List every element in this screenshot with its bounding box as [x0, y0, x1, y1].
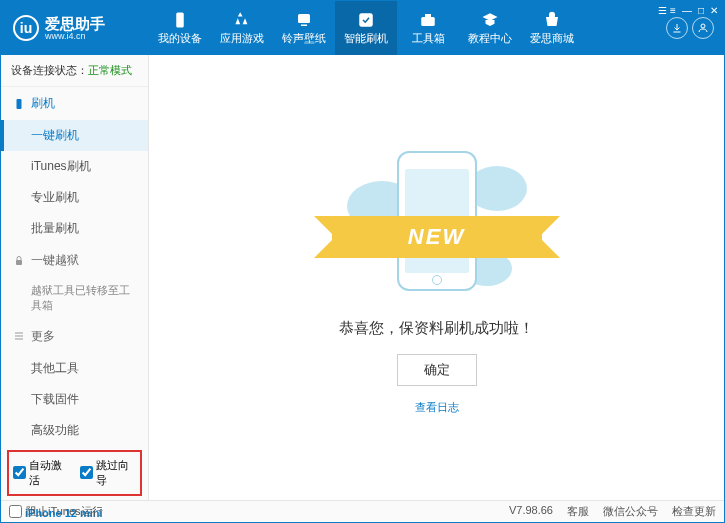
section-more[interactable]: 更多 [1, 320, 148, 353]
conn-value: 正常模式 [88, 64, 132, 76]
download-button[interactable] [666, 17, 688, 39]
svg-rect-3 [359, 13, 373, 27]
svg-point-6 [701, 24, 705, 28]
nav-toolbox[interactable]: 工具箱 [397, 1, 459, 55]
logo-icon: iu [13, 15, 39, 41]
nav-label: 应用游戏 [220, 31, 264, 46]
phone-icon [13, 98, 25, 110]
section-title: 一键越狱 [31, 252, 79, 269]
section-flash[interactable]: 刷机 [1, 87, 148, 120]
main-nav: 我的设备 应用游戏 铃声壁纸 智能刷机 工具箱 教程中心 爱思商城 [149, 1, 656, 55]
section-jailbreak[interactable]: 一键越狱 [1, 244, 148, 277]
conn-label: 设备连接状态： [11, 64, 88, 76]
connection-status: 设备连接状态：正常模式 [1, 55, 148, 87]
checkbox-skip-guide[interactable]: 跳过向导 [80, 458, 137, 488]
flash-icon [357, 11, 375, 29]
nav-tutorial[interactable]: 教程中心 [459, 1, 521, 55]
nav-label: 我的设备 [158, 31, 202, 46]
svg-rect-8 [16, 260, 22, 265]
view-log-link[interactable]: 查看日志 [415, 400, 459, 415]
minimize-icon[interactable]: — [682, 5, 692, 16]
title-right [656, 17, 724, 39]
svg-rect-5 [425, 14, 431, 17]
version-label: V7.98.66 [509, 504, 553, 519]
nav-my-device[interactable]: 我的设备 [149, 1, 211, 55]
nav-apps[interactable]: 应用游戏 [211, 1, 273, 55]
toolbox-icon [419, 11, 437, 29]
ok-button[interactable]: 确定 [397, 354, 477, 386]
section-title: 刷机 [31, 95, 55, 112]
menu-icon[interactable]: ☰ ≡ [658, 5, 676, 16]
sidebar-item-firmware[interactable]: 下载固件 [1, 384, 148, 415]
device-icon [171, 11, 189, 29]
success-message: 恭喜您，保资料刷机成功啦！ [339, 319, 534, 338]
sidebar-item-itunes[interactable]: iTunes刷机 [1, 151, 148, 182]
window-controls-top: ☰ ≡ — □ ✕ [658, 5, 718, 16]
lock-icon [13, 255, 25, 267]
title-bar: ☰ ≡ — □ ✕ iu 爱思助手 www.i4.cn 我的设备 应用游戏 铃声… [1, 1, 724, 55]
svg-rect-0 [176, 12, 184, 27]
options-highlight: 自动激活 跳过向导 [7, 450, 142, 496]
maximize-icon[interactable]: □ [698, 5, 704, 16]
user-button[interactable] [692, 17, 714, 39]
section-title: 更多 [31, 328, 55, 345]
nav-label: 工具箱 [412, 31, 445, 46]
tutorial-icon [481, 11, 499, 29]
sidebar-item-batch[interactable]: 批量刷机 [1, 213, 148, 244]
nav-label: 教程中心 [468, 31, 512, 46]
wechat-link[interactable]: 微信公众号 [603, 504, 658, 519]
checkbox-block-itunes[interactable]: 阻止iTunes运行 [9, 504, 103, 519]
service-link[interactable]: 客服 [567, 504, 589, 519]
app-name: 爱思助手 [45, 16, 105, 31]
svg-rect-7 [17, 99, 22, 109]
nav-label: 爱思商城 [530, 31, 574, 46]
list-icon [13, 330, 25, 342]
store-icon [543, 11, 561, 29]
nav-store[interactable]: 爱思商城 [521, 1, 583, 55]
svg-rect-4 [421, 17, 435, 26]
update-link[interactable]: 检查更新 [672, 504, 716, 519]
sidebar-item-oneclick[interactable]: 一键刷机 [1, 120, 148, 151]
sidebar-item-pro[interactable]: 专业刷机 [1, 182, 148, 213]
close-icon[interactable]: ✕ [710, 5, 718, 16]
success-illustration: NEW [342, 141, 532, 301]
new-ribbon: NEW [332, 216, 542, 258]
sidebar-item-other[interactable]: 其他工具 [1, 353, 148, 384]
nav-ringtone[interactable]: 铃声壁纸 [273, 1, 335, 55]
jailbreak-note: 越狱工具已转移至工具箱 [1, 277, 148, 320]
apps-icon [233, 11, 251, 29]
svg-rect-1 [298, 14, 310, 23]
svg-rect-2 [301, 24, 307, 26]
sidebar: 设备连接状态：正常模式 刷机 一键刷机 iTunes刷机 专业刷机 批量刷机 一… [1, 55, 149, 500]
nav-label: 铃声壁纸 [282, 31, 326, 46]
checkbox-auto-activate[interactable]: 自动激活 [13, 458, 70, 488]
nav-smart-flash[interactable]: 智能刷机 [335, 1, 397, 55]
main-content: NEW 恭喜您，保资料刷机成功啦！ 确定 查看日志 [149, 55, 724, 500]
nav-label: 智能刷机 [344, 31, 388, 46]
app-logo: iu 爱思助手 www.i4.cn [1, 15, 149, 41]
app-domain: www.i4.cn [45, 31, 105, 41]
ringtone-icon [295, 11, 313, 29]
sidebar-item-advanced[interactable]: 高级功能 [1, 415, 148, 446]
